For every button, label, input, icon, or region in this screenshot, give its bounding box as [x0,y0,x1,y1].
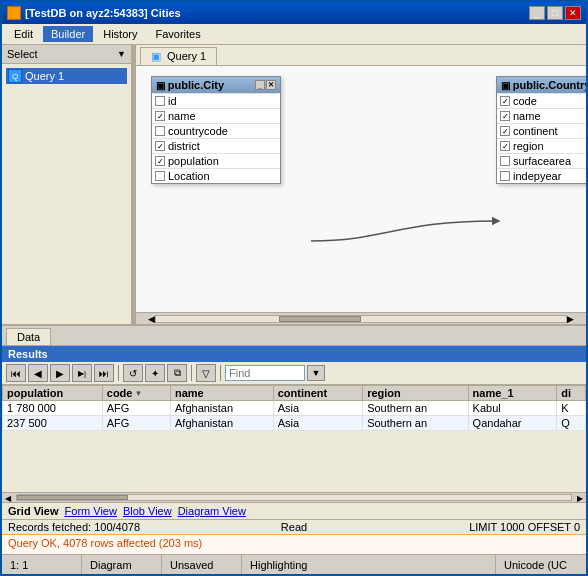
col-name[interactable]: name [171,386,274,401]
city-table-header: ▣ public.City _ ✕ [152,77,280,93]
diagram-tabs: ▣ Query 1 [136,45,586,66]
col-population[interactable]: population [3,386,103,401]
h-scroll-left[interactable]: ◀ [2,493,14,502]
diagram-view-tab[interactable]: Diagram View [178,505,246,517]
diagram-scrollbar-h[interactable]: ◀ ▶ [136,312,586,324]
diagram-tab-query1[interactable]: ▣ Query 1 [140,47,217,65]
sidebar-tree: Q Query 1 [2,64,131,324]
bottom-status-bar: 1: 1 Diagram Unsaved Highlighting Unicod… [2,554,586,574]
status-unsaved: Unsaved [162,555,242,574]
toolbar-sep1 [118,365,119,381]
table-cell: Asia [273,416,362,431]
form-view-tab[interactable]: Form View [65,505,117,517]
h-scroll-track[interactable] [16,494,572,501]
country-row-continent: ✓ continent [497,123,586,138]
tab-data[interactable]: Data [6,328,51,345]
city-row-location: Location [152,168,280,183]
country-code-label: code [513,95,537,107]
city-table-minimize[interactable]: _ [255,80,265,90]
col-region[interactable]: region [363,386,468,401]
country-region-checkbox[interactable]: ✓ [500,141,510,151]
sidebar: Select ▼ Q Query 1 [2,45,132,324]
prev-btn[interactable]: ◀ [28,364,48,382]
city-location-checkbox[interactable] [155,171,165,181]
new-btn[interactable]: ✦ [145,364,165,382]
results-toolbar: ⏮ ◀ ▶ ▶| ⏭ ↺ ✦ ⧉ ▽ ▼ [2,362,586,385]
country-surfacearea-checkbox[interactable] [500,156,510,166]
filter-btn[interactable]: ▽ [196,364,216,382]
table-row[interactable]: 1 780 000AFGAfghanistanAsiaSouthern anKa… [3,401,586,416]
col-di[interactable]: di [557,386,586,401]
menu-builder[interactable]: Builder [43,26,93,42]
find-input[interactable] [225,365,305,381]
country-name-label: name [513,110,541,122]
blob-view-tab[interactable]: Blob View [123,505,172,517]
menu-edit[interactable]: Edit [6,26,41,42]
col-code[interactable]: code ▼ [102,386,170,401]
maximize-button[interactable]: □ [547,6,563,20]
country-continent-checkbox[interactable]: ✓ [500,126,510,136]
select-label: Select [7,48,38,60]
next-btn[interactable]: ▶| [72,364,92,382]
city-table-close[interactable]: ✕ [266,80,276,90]
col-continent[interactable]: continent [273,386,362,401]
refresh-btn[interactable]: ↺ [123,364,143,382]
status-highlighting: Highlighting [242,555,496,574]
table-row[interactable]: 237 500AFGAfghanistanAsiaSouthern anQand… [3,416,586,431]
country-table-header: ▣ public.Country _ ✕ [497,77,586,93]
scroll-left-btn[interactable]: ◀ [148,314,155,324]
title-bar: [TestDB on ayz2:54383] Cities _ □ ✕ [2,2,586,24]
city-name-label: name [168,110,196,122]
results-header: Results [2,346,586,362]
city-name-checkbox[interactable]: ✓ [155,111,165,121]
diagram-canvas[interactable]: ▣ public.City _ ✕ id [136,66,586,312]
city-countrycode-checkbox[interactable] [155,126,165,136]
country-name-checkbox[interactable]: ✓ [500,111,510,121]
city-row-population: ✓ population [152,153,280,168]
city-table-btns: _ ✕ [255,80,276,90]
title-bar-left: [TestDB on ayz2:54383] Cities [7,6,181,20]
results-table: population code ▼ name [2,385,586,492]
h-scroll-right[interactable]: ▶ [574,493,586,502]
results-scrollbar[interactable]: ◀ ▶ [2,492,586,502]
grid-view-tab[interactable]: Grid View [8,505,59,517]
country-indepyear-checkbox[interactable] [500,171,510,181]
city-district-checkbox[interactable]: ✓ [155,141,165,151]
table-cell: 237 500 [3,416,103,431]
city-row-district: ✓ district [152,138,280,153]
diagram-area: ▣ Query 1 [136,45,586,324]
toolbar-sep3 [220,365,221,381]
country-code-checkbox[interactable]: ✓ [500,96,510,106]
scrollbar-track[interactable] [155,315,567,323]
col-di-label: di [561,387,571,399]
status-diagram: Diagram [82,555,162,574]
sidebar-item-query1[interactable]: Q Query 1 [6,68,127,84]
city-table-title: ▣ public.City [156,79,224,91]
first-btn[interactable]: ⏮ [6,364,26,382]
top-section: Select ▼ Q Query 1 ▣ Query 1 [2,45,586,324]
play-btn[interactable]: ▶ [50,364,70,382]
data-table: population code ▼ name [2,385,586,431]
minimize-button[interactable]: _ [529,6,545,20]
close-button[interactable]: ✕ [565,6,581,20]
city-population-checkbox[interactable]: ✓ [155,156,165,166]
scrollbar-thumb[interactable] [279,316,361,322]
menu-favorites[interactable]: Favorites [147,26,208,42]
copy-btn[interactable]: ⧉ [167,364,187,382]
scroll-right-btn[interactable]: ▶ [567,314,574,324]
h-scroll-thumb[interactable] [17,495,128,500]
sidebar-dropdown-arrow[interactable]: ▼ [117,49,126,59]
sidebar-item-label: Query 1 [25,70,64,82]
country-surfacearea-label: surfacearea [513,155,571,167]
country-row-region: ✓ region [497,138,586,153]
menu-history[interactable]: History [95,26,145,42]
last-btn[interactable]: ⏭ [94,364,114,382]
find-dropdown-btn[interactable]: ▼ [307,365,325,381]
col-name1[interactable]: name_1 [468,386,557,401]
query-icon: Q [8,69,22,83]
city-id-label: id [168,95,177,107]
city-id-checkbox[interactable] [155,96,165,106]
city-row-id: id [152,93,280,108]
table-cell: Qandahar [468,416,557,431]
city-countrycode-label: countrycode [168,125,228,137]
